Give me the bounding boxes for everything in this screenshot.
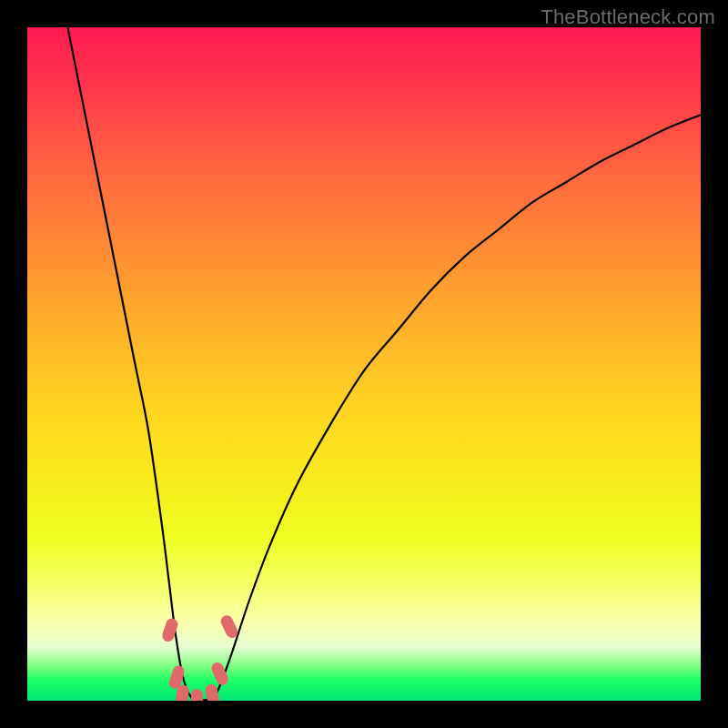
chart-container: TheBottleneck.com <box>0 0 728 728</box>
floor-marker-mid <box>191 689 203 701</box>
bottleneck-curve <box>67 27 701 701</box>
plot-area <box>27 27 701 701</box>
curve-svg <box>27 27 701 701</box>
marker-group <box>161 613 240 701</box>
watermark-label: TheBottleneck.com <box>541 5 715 29</box>
floor-marker-right <box>204 683 220 701</box>
